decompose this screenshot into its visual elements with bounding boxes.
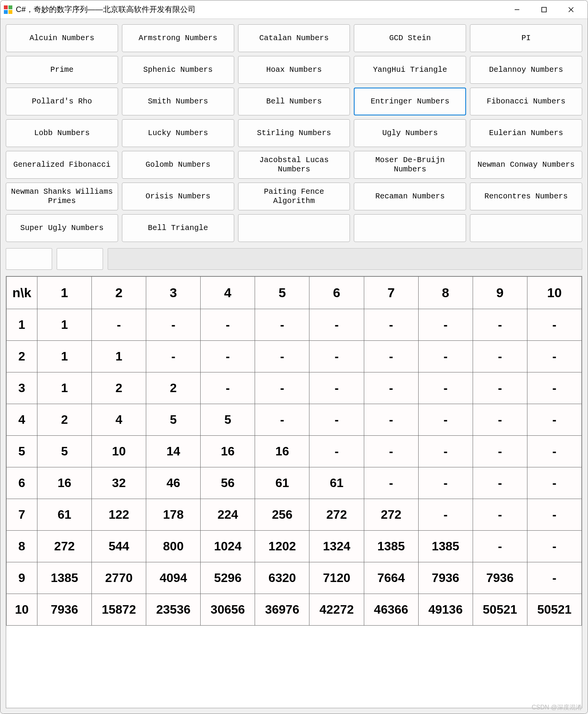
table-cell: - <box>201 309 255 341</box>
sequence-button-empty-33[interactable] <box>354 214 466 242</box>
sequence-button-recaman-numbers[interactable]: Recaman Numbers <box>354 183 466 210</box>
sequence-button-lucky-numbers[interactable]: Lucky Numbers <box>122 119 234 147</box>
content-area: Alcuin NumbersArmstrong NumbersCatalan N… <box>0 19 588 714</box>
table-cell: - <box>255 372 309 404</box>
table-cell: - <box>527 372 581 404</box>
sequence-button-smith-numbers[interactable]: Smith Numbers <box>122 88 234 115</box>
sequence-button-label: Rencontres Numbers <box>485 192 568 201</box>
sequence-button-jacobstal-lucas-numbers[interactable]: Jacobstal Lucas Numbers <box>238 151 350 179</box>
table-cell: - <box>364 309 418 341</box>
sequence-button-alcuin-numbers[interactable]: Alcuin Numbers <box>6 24 118 52</box>
sequence-button-hoax-numbers[interactable]: Hoax Numbers <box>238 56 350 84</box>
table-cell: 50521 <box>473 594 527 626</box>
table-cell: 46366 <box>364 594 418 626</box>
sequence-button-delannoy-numbers[interactable]: Delannoy Numbers <box>470 56 582 84</box>
maximize-button[interactable] <box>531 0 558 19</box>
sequence-button-label: Super Ugly Numbers <box>20 223 103 233</box>
sequence-button-empty-32[interactable] <box>238 214 350 242</box>
table-col-header: 9 <box>473 277 527 309</box>
sequence-button-ugly-numbers[interactable]: Ugly Numbers <box>354 119 466 147</box>
sequence-button-label: Orisis Numbers <box>145 192 210 201</box>
sequence-button-empty-34[interactable] <box>470 214 582 242</box>
table-cell: 61 <box>255 467 309 499</box>
sequence-button-orisis-numbers[interactable]: Orisis Numbers <box>122 183 234 210</box>
sequence-button-label: Lobb Numbers <box>34 129 90 138</box>
table-cell: 1 <box>92 341 146 372</box>
table-cell: - <box>418 499 473 531</box>
table-cell: - <box>527 531 581 562</box>
sequence-button-pi[interactable]: PI <box>470 24 582 52</box>
table-cell: 2 <box>92 372 146 404</box>
sequence-button-eulerian-numbers[interactable]: Eulerian Numbers <box>470 119 582 147</box>
table-cell: - <box>418 436 473 467</box>
table-cell: 5296 <box>201 562 255 594</box>
sequence-button-rencontres-numbers[interactable]: Rencontres Numbers <box>470 183 582 210</box>
sequence-button-bell-triangle[interactable]: Bell Triangle <box>122 214 234 242</box>
table-cell: 7664 <box>364 562 418 594</box>
table-cell: - <box>418 341 473 372</box>
minimize-button[interactable] <box>504 0 531 19</box>
sequence-button-generalized-fibonacci[interactable]: Generalized Fibonacci <box>6 151 118 179</box>
sequence-button-label: Fibonacci Numbers <box>487 97 566 106</box>
window-controls <box>504 0 585 19</box>
toolbar-box-1[interactable] <box>6 248 52 270</box>
table-row-header: 7 <box>7 499 37 531</box>
table-cell: 7936 <box>418 562 473 594</box>
toolbar-box-2[interactable] <box>57 248 103 270</box>
sequence-button-moser-de-bruijn-numbers[interactable]: Moser De-Bruijn Numbers <box>354 151 466 179</box>
sequence-button-yanghui-triangle[interactable]: YangHui Triangle <box>354 56 466 84</box>
table-cell: - <box>418 467 473 499</box>
table-cell: 36976 <box>255 594 309 626</box>
svg-rect-1 <box>8 5 12 9</box>
sequence-button-label: Bell Numbers <box>266 97 322 106</box>
table-col-header: 5 <box>255 277 309 309</box>
sequence-button-golomb-numbers[interactable]: Golomb Numbers <box>122 151 234 179</box>
table-cell: - <box>473 341 527 372</box>
sequence-button-prime[interactable]: Prime <box>6 56 118 84</box>
table-row-header: 6 <box>7 467 37 499</box>
sequence-button-label: Paiting Fence Algorithm <box>242 187 347 206</box>
table-cell: - <box>364 467 418 499</box>
sequence-button-paiting-fence-algorithm[interactable]: Paiting Fence Algorithm <box>238 183 350 210</box>
table-cell: 16 <box>255 436 309 467</box>
sequence-button-label: Recaman Numbers <box>375 192 445 201</box>
sequence-button-label: Stirling Numbers <box>257 129 331 138</box>
table-cell: 7936 <box>473 562 527 594</box>
sequence-button-pollard-s-rho[interactable]: Pollard's Rho <box>6 88 118 115</box>
table-cell: - <box>255 341 309 372</box>
table-cell: - <box>201 341 255 372</box>
sequence-button-bell-numbers[interactable]: Bell Numbers <box>238 88 350 115</box>
sequence-button-label: Bell Triangle <box>148 223 208 233</box>
sequence-button-label: YangHui Triangle <box>373 65 447 74</box>
table-cell: 7936 <box>37 594 92 626</box>
table-cell: 56 <box>201 467 255 499</box>
sequence-button-fibonacci-numbers[interactable]: Fibonacci Numbers <box>470 88 582 115</box>
sequence-button-label: Delannoy Numbers <box>489 65 563 74</box>
sequence-button-stirling-numbers[interactable]: Stirling Numbers <box>238 119 350 147</box>
sequence-button-entringer-numbers[interactable]: Entringer Numbers <box>354 88 466 115</box>
app-window: C#，奇妙的数字序列——北京联高软件开发有限公司 Alcuin NumbersA… <box>0 0 588 714</box>
table-cell: 5 <box>146 404 201 436</box>
sequence-button-armstrong-numbers[interactable]: Armstrong Numbers <box>122 24 234 52</box>
table-row-header: 3 <box>7 372 37 404</box>
sequence-button-newman-shanks-williams-primes[interactable]: Newman Shanks Williams Primes <box>6 183 118 210</box>
close-button[interactable] <box>558 0 585 19</box>
sequence-button-sphenic-numbers[interactable]: Sphenic Numbers <box>122 56 234 84</box>
table-cell: 544 <box>92 531 146 562</box>
sequence-button-gcd-stein[interactable]: GCD Stein <box>354 24 466 52</box>
table-cell: - <box>309 372 364 404</box>
sequence-button-super-ugly-numbers[interactable]: Super Ugly Numbers <box>6 214 118 242</box>
sequence-button-catalan-numbers[interactable]: Catalan Numbers <box>238 24 350 52</box>
table-cell: - <box>309 309 364 341</box>
table-cell: - <box>473 404 527 436</box>
sequence-button-grid: Alcuin NumbersArmstrong NumbersCatalan N… <box>6 24 582 242</box>
sequence-button-label: Generalized Fibonacci <box>13 160 110 169</box>
table-row-header: 4 <box>7 404 37 436</box>
table-cell: 272 <box>37 531 92 562</box>
app-icon <box>3 5 13 14</box>
table-cell: 10 <box>92 436 146 467</box>
table-col-header: 10 <box>527 277 581 309</box>
sequence-button-newman-conway-numbers[interactable]: Newman Conway Numbers <box>470 151 582 179</box>
sequence-button-lobb-numbers[interactable]: Lobb Numbers <box>6 119 118 147</box>
table-cell: 16 <box>37 467 92 499</box>
